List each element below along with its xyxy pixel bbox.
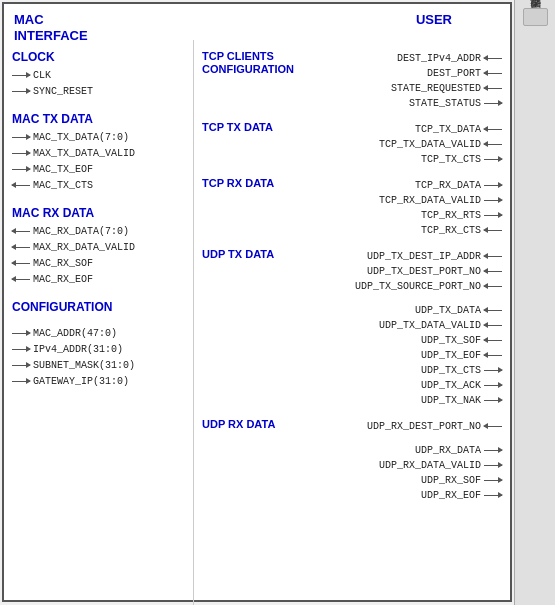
- udp-tx-nak: UDP_TX_NAK: [322, 393, 502, 407]
- udp-tx-dest-port: UDP_TX_DEST_PORT_NO: [322, 264, 502, 278]
- mac-addr: MAC_ADDR(47:0): [12, 326, 185, 340]
- config-section: CONFIGURATION MAC_ADDR(47:0) IPv4_ADDR(3…: [12, 300, 185, 388]
- state-status: STATE_STATUS: [322, 96, 502, 110]
- tcp-clients-title: TCP CLIENTSCONFIGURATION: [202, 50, 322, 76]
- sidebar: 查看说明: [514, 0, 555, 605]
- clock-title: CLOCK: [12, 50, 185, 64]
- mac-rx-section: MAC RX DATA MAC_RX_DATA(7:0) MAX_RX_DATA…: [12, 206, 185, 286]
- tcp-rx-rts: TCP_RX_RTS: [322, 208, 502, 222]
- udp-tx-data: UDP_TX_DATA: [322, 303, 502, 317]
- mac-tx-section: MAC TX DATA MAC_TX_DATA(7:0) MAX_TX_DATA…: [12, 112, 185, 192]
- mac-tx-title: MAC TX DATA: [12, 112, 185, 126]
- state-requested: STATE_REQUESTED: [322, 81, 502, 95]
- udp-rx-eof: UDP_RX_EOF: [322, 488, 502, 502]
- sync-reset-signal: SYNC_RESET: [12, 84, 185, 98]
- clock-section: CLOCK CLK SYNC_RESET: [12, 50, 185, 98]
- tcp-tx-title: TCP TX DATA: [202, 121, 322, 134]
- tcp-tx-section: TCP TX DATA TCP_TX_DATA TCP_TX_DATA_VALI…: [202, 121, 502, 167]
- udp-rx-data: UDP_RX_DATA: [322, 443, 502, 457]
- udp-rx-dest-port: UDP_RX_DEST_PORT_NO: [322, 419, 502, 433]
- view-description-button[interactable]: 查看说明: [523, 8, 548, 26]
- mac-rx-sof: MAC_RX_SOF: [12, 256, 185, 270]
- mac-tx-data: MAC_TX_DATA(7:0): [12, 130, 185, 144]
- tcp-rx-section: TCP RX DATA TCP_RX_DATA TCP_RX_DATA_VALI…: [202, 177, 502, 238]
- tcp-tx-data: TCP_TX_DATA: [322, 122, 502, 136]
- subnet-mask: SUBNET_MASK(31:0): [12, 358, 185, 372]
- tcp-tx-cts: TCP_TX_CTS: [322, 152, 502, 166]
- tcp-tx-data-valid: TCP_TX_DATA_VALID: [322, 137, 502, 151]
- mac-rx-eof: MAC_RX_EOF: [12, 272, 185, 286]
- main-diagram: MACINTERFACE USER CLOCK CLK SYNC_RESET: [2, 2, 512, 602]
- ipv4-addr: IPv4_ADDR(31:0): [12, 342, 185, 356]
- left-panel: CLOCK CLK SYNC_RESET MAC TX DATA: [4, 40, 194, 605]
- mac-interface-title: MACINTERFACE: [14, 12, 88, 43]
- udp-tx-title: UDP TX DATA: [202, 248, 322, 261]
- max-tx-data-valid: MAX_TX_DATA_VALID: [12, 146, 185, 160]
- udp-tx-eof: UDP_TX_EOF: [322, 348, 502, 362]
- config-title: CONFIGURATION: [12, 300, 185, 314]
- udp-tx-ack: UDP_TX_ACK: [322, 378, 502, 392]
- max-rx-data-valid: MAX_RX_DATA_VALID: [12, 240, 185, 254]
- udp-rx-section: UDP RX DATA UDP_RX_DEST_PORT_NO UDP_RX_D…: [202, 418, 502, 503]
- tcp-clients-section: TCP CLIENTSCONFIGURATION DEST_IPv4_ADDR …: [202, 50, 502, 111]
- tcp-rx-title: TCP RX DATA: [202, 177, 322, 190]
- mac-tx-eof: MAC_TX_EOF: [12, 162, 185, 176]
- clk-signal: CLK: [12, 68, 185, 82]
- udp-rx-sof: UDP_RX_SOF: [322, 473, 502, 487]
- tcp-rx-data: TCP_RX_DATA: [322, 178, 502, 192]
- udp-rx-title: UDP RX DATA: [202, 418, 322, 431]
- udp-tx-cts: UDP_TX_CTS: [322, 363, 502, 377]
- mac-tx-cts: MAC_TX_CTS: [12, 178, 185, 192]
- udp-tx-data-valid: UDP_TX_DATA_VALID: [322, 318, 502, 332]
- udp-tx-sof: UDP_TX_SOF: [322, 333, 502, 347]
- mac-rx-data: MAC_RX_DATA(7:0): [12, 224, 185, 238]
- udp-tx-section: UDP TX DATA UDP_TX_DEST_IP_ADDR UDP_TX_D…: [202, 248, 502, 408]
- right-panel: TCP CLIENTSCONFIGURATION DEST_IPv4_ADDR …: [194, 40, 510, 605]
- dest-ipv4: DEST_IPv4_ADDR: [322, 51, 502, 65]
- tcp-rx-cts: TCP_RX_CTS: [322, 223, 502, 237]
- tcp-rx-data-valid: TCP_RX_DATA_VALID: [322, 193, 502, 207]
- udp-tx-source-port: UDP_TX_SOURCE_PORT_NO: [322, 279, 502, 293]
- gateway-ip: GATEWAY_IP(31:0): [12, 374, 185, 388]
- udp-tx-dest-ip: UDP_TX_DEST_IP_ADDR: [322, 249, 502, 263]
- udp-rx-data-valid: UDP_RX_DATA_VALID: [322, 458, 502, 472]
- dest-port: DEST_PORT: [322, 66, 502, 80]
- mac-rx-title: MAC RX DATA: [12, 206, 185, 220]
- user-title: USER: [416, 12, 452, 27]
